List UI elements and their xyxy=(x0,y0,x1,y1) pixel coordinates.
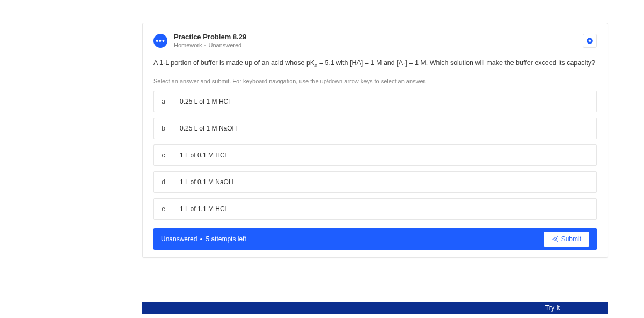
problem-subtitle: Homework•Unanswered xyxy=(174,42,576,48)
option-key: d xyxy=(154,172,173,192)
try-it-label: Try it xyxy=(545,304,560,312)
submit-button[interactable]: Submit xyxy=(544,232,589,247)
answer-status: Unanswered 5 attempts left xyxy=(161,235,246,243)
option-text: 1 L of 0.1 M NaOH xyxy=(173,172,596,192)
answer-options: a 0.25 L of 1 M HCl b 0.25 L of 1 M NaOH… xyxy=(153,91,597,220)
option-text: 0.25 L of 1 M HCl xyxy=(173,91,596,112)
viewport: ••• Practice Problem 8.29 Homework•Unans… xyxy=(0,0,644,318)
option-e[interactable]: e 1 L of 1.1 M HCl xyxy=(153,198,597,220)
star-icon xyxy=(586,37,594,45)
question-text: A 1-L portion of buffer is made up of an… xyxy=(153,58,597,69)
option-key: b xyxy=(154,118,173,139)
chat-icon: ••• xyxy=(153,34,167,48)
option-key: e xyxy=(154,199,173,219)
option-key: a xyxy=(154,91,173,112)
left-gutter-divider xyxy=(98,0,98,318)
option-d[interactable]: d 1 L of 0.1 M NaOH xyxy=(153,171,597,193)
problem-title: Practice Problem 8.29 xyxy=(174,33,576,41)
option-text: 1 L of 1.1 M HCl xyxy=(173,199,596,219)
option-text: 1 L of 0.1 M HCl xyxy=(173,145,596,165)
option-text: 0.25 L of 1 M NaOH xyxy=(173,118,596,139)
card-header: ••• Practice Problem 8.29 Homework•Unans… xyxy=(153,33,597,48)
send-icon xyxy=(552,236,558,242)
option-key: c xyxy=(154,145,173,165)
option-b[interactable]: b 0.25 L of 1 M NaOH xyxy=(153,118,597,139)
action-bar: Unanswered 5 attempts left Submit xyxy=(153,228,597,250)
instruction-text: Select an answer and submit. For keyboar… xyxy=(153,78,597,84)
bookmark-button[interactable] xyxy=(583,34,597,48)
title-block: Practice Problem 8.29 Homework•Unanswere… xyxy=(174,33,576,48)
status-label: Unanswered xyxy=(208,42,241,48)
option-a[interactable]: a 0.25 L of 1 M HCl xyxy=(153,91,597,112)
option-c[interactable]: c 1 L of 0.1 M HCl xyxy=(153,144,597,166)
question-card: ••• Practice Problem 8.29 Homework•Unans… xyxy=(142,23,608,258)
try-it-bar[interactable]: Try it xyxy=(142,302,608,314)
category-label: Homework xyxy=(174,42,202,48)
submit-label: Submit xyxy=(561,235,581,243)
